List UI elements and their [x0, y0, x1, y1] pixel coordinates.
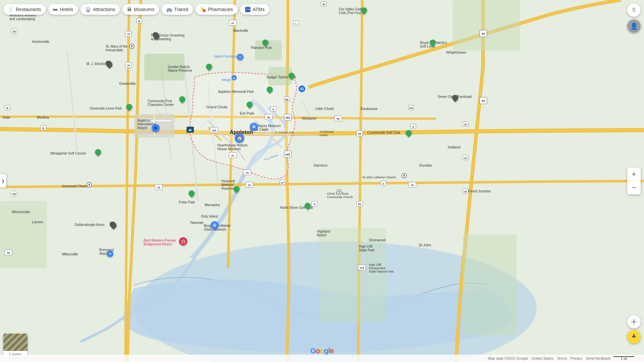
country-text: United States: [532, 356, 554, 360]
apps-button[interactable]: ⠿: [627, 3, 641, 17]
svg-text:55: 55: [358, 132, 361, 135]
hotels-icon: 🛏: [53, 7, 58, 12]
attribution-bar: Map data ©2022 Google United States Term…: [0, 355, 644, 362]
privacy-link[interactable]: Privacy: [571, 356, 583, 360]
attractions-label: Attractions: [93, 7, 115, 12]
pharmacies-icon: 💊: [200, 7, 206, 12]
attractions-pill[interactable]: 🎡 Attractions: [80, 4, 120, 15]
attractions-icon: 🎡: [85, 7, 91, 12]
svg-text:32: 32: [464, 123, 467, 126]
feedback-link[interactable]: Send feedback: [586, 356, 610, 360]
svg-text:32: 32: [464, 190, 467, 193]
svg-point-95: [633, 334, 635, 336]
svg-text:15: 15: [12, 30, 16, 33]
transit-pill[interactable]: 🚌 Transit: [162, 4, 193, 15]
google-logo: Google: [310, 347, 334, 355]
svg-text:125: 125: [212, 129, 216, 132]
sidebar-arrow-icon: ❯: [1, 179, 5, 183]
terms-link[interactable]: Terms: [557, 356, 567, 360]
scale-label: 1 mi: [621, 357, 627, 361]
zoom-controls: + −: [627, 168, 641, 194]
museums-icon: 🏛: [127, 7, 132, 12]
svg-rect-7: [463, 235, 517, 335]
map-background: 43: [0, 0, 644, 362]
svg-text:45: 45: [7, 251, 10, 254]
google-g2: g: [324, 347, 328, 355]
svg-text:BB: BB: [285, 99, 288, 101]
svg-text:32: 32: [464, 157, 467, 159]
svg-text:M: M: [6, 107, 8, 109]
svg-text:41: 41: [189, 128, 192, 132]
svg-text:10: 10: [411, 184, 414, 187]
atms-label: ATMs: [253, 7, 265, 12]
google-o1: o: [316, 347, 320, 355]
svg-text:43: 43: [300, 87, 304, 91]
sidebar-toggle[interactable]: ❯: [0, 174, 6, 188]
svg-text:E: E: [383, 183, 384, 185]
svg-text:E: E: [273, 108, 274, 111]
pharmacies-pill[interactable]: 💊 Pharmacies: [196, 4, 237, 15]
my-location-button[interactable]: [627, 315, 641, 328]
restaurants-label: Restaurants: [16, 7, 41, 12]
svg-text:441: 441: [285, 153, 290, 156]
restaurants-icon: 🍴: [8, 7, 14, 12]
zoom-in-button[interactable]: +: [627, 168, 641, 181]
atms-pill[interactable]: 🏧 ATMs: [240, 4, 269, 15]
svg-rect-9: [144, 54, 184, 80]
svg-rect-5: [0, 201, 47, 268]
svg-text:76: 76: [127, 64, 130, 67]
svg-text:M: M: [233, 77, 235, 80]
transit-label: Transit: [174, 7, 188, 12]
svg-text:76: 76: [127, 33, 130, 36]
svg-text:M: M: [42, 127, 44, 129]
transit-icon: 🚌: [166, 7, 172, 12]
pharmacies-label: Pharmacies: [208, 7, 233, 12]
svg-text:41: 41: [482, 99, 485, 103]
svg-text:15: 15: [12, 192, 16, 196]
scale-bar: 1 mi: [614, 356, 634, 361]
svg-rect-8: [319, 228, 386, 322]
svg-text:M: M: [138, 20, 140, 22]
hotels-label: Hotels: [60, 7, 73, 12]
svg-text:96: 96: [267, 116, 270, 119]
svg-rect-11: [268, 67, 292, 85]
svg-text:N: N: [412, 126, 414, 128]
museums-label: Museums: [134, 7, 154, 12]
svg-text:LP: LP: [281, 182, 284, 184]
hotels-pill[interactable]: 🛏 Hotels: [48, 4, 78, 15]
svg-text:47: 47: [231, 154, 234, 157]
google-e: e: [330, 347, 334, 355]
top-right-controls: ⠿ 👤: [627, 3, 641, 33]
street-view-button[interactable]: [627, 330, 641, 344]
layers-button[interactable]: Layers: [3, 333, 28, 357]
svg-text:96: 96: [337, 117, 340, 120]
layers-thumbnail: [3, 334, 28, 351]
svg-text:114: 114: [360, 266, 364, 269]
svg-text:441: 441: [285, 116, 290, 119]
svg-text:L: L: [296, 22, 297, 25]
svg-text:47: 47: [231, 22, 234, 25]
svg-text:55: 55: [358, 203, 361, 206]
museums-pill[interactable]: 🏛 Museums: [122, 4, 159, 15]
map-data-text: Map data ©2022 Google: [488, 356, 528, 360]
map-container: 43: [0, 0, 644, 362]
svg-text:10: 10: [157, 186, 160, 189]
user-avatar[interactable]: 👤: [627, 19, 641, 33]
svg-text:10: 10: [248, 184, 251, 187]
svg-rect-10: [255, 40, 282, 60]
google-o2: o: [320, 347, 324, 355]
google-g: G: [310, 347, 316, 355]
svg-point-94: [633, 321, 635, 323]
atms-icon: 🏧: [245, 7, 251, 12]
svg-text:N: N: [314, 203, 316, 206]
svg-text:E College Ave: E College Ave: [275, 131, 294, 134]
svg-rect-6: [453, 0, 520, 50]
category-nav: 🍴 Restaurants 🛏 Hotels 🎡 Attractions 🏛 M…: [3, 4, 269, 15]
svg-text:41: 41: [482, 32, 485, 36]
restaurants-pill[interactable]: 🍴 Restaurants: [3, 4, 46, 15]
svg-text:GG: GG: [410, 107, 413, 109]
svg-text:10: 10: [246, 171, 249, 174]
zoom-out-button[interactable]: −: [627, 181, 641, 194]
svg-text:55: 55: [322, 3, 325, 6]
